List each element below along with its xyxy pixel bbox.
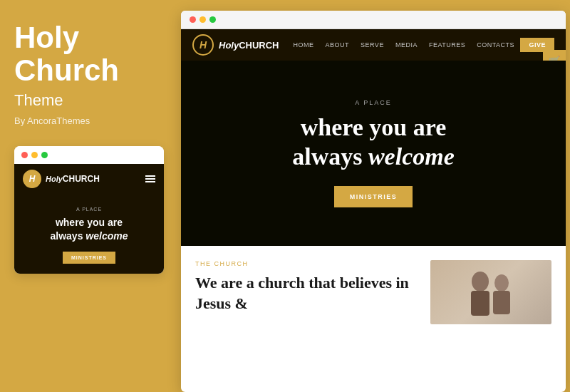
mobile-preview-card: H HolyCHURCH A PLACE where you are alway… bbox=[14, 146, 164, 273]
dot-yellow bbox=[31, 152, 38, 158]
desktop-nav: H HolyCHURCH HOME ABOUT SERVE MEDIA FEAT… bbox=[181, 29, 566, 61]
desktop-a-place: A PLACE bbox=[355, 99, 392, 106]
mobile-a-place: A PLACE bbox=[23, 207, 155, 212]
svg-rect-3 bbox=[493, 291, 510, 314]
desktop-logo: H HolyCHURCH bbox=[192, 34, 279, 56]
nav-home[interactable]: HOME bbox=[294, 41, 314, 48]
desktop-nav-links: HOME ABOUT SERVE MEDIA FEATURES CONTACTS bbox=[294, 41, 521, 48]
hamburger-line-2 bbox=[145, 178, 155, 180]
svg-rect-1 bbox=[471, 291, 489, 316]
desktop-titlebar bbox=[181, 11, 566, 29]
desktop-lower-image bbox=[430, 260, 551, 324]
desktop-lower-headline: We are a church that believes in Jesus & bbox=[195, 273, 416, 314]
dot-green bbox=[41, 152, 48, 158]
couple-svg bbox=[448, 267, 534, 324]
nav-media[interactable]: MEDIA bbox=[395, 41, 418, 48]
left-panel: Holy Church Theme By AncoraThemes H Holy… bbox=[0, 0, 177, 392]
theme-by: By AncoraThemes bbox=[14, 115, 162, 126]
mobile-logo-circle: H bbox=[23, 170, 41, 188]
dot-red bbox=[21, 152, 28, 158]
the-church-label: THE CHURCH bbox=[195, 260, 416, 267]
nav-serve[interactable]: SERVE bbox=[361, 41, 384, 48]
theme-subtitle: Theme bbox=[14, 91, 162, 110]
nav-contacts[interactable]: CONTACTS bbox=[477, 41, 514, 48]
desktop-headline: where you are always welcome bbox=[292, 113, 455, 172]
mobile-hero: A PLACE where you are always welcome MIN… bbox=[14, 194, 164, 273]
nav-about[interactable]: ABOUT bbox=[326, 41, 350, 48]
hamburger-line-3 bbox=[145, 181, 155, 182]
desktop-dot-red bbox=[190, 16, 196, 23]
desktop-dot-yellow bbox=[200, 16, 206, 23]
mobile-headline: where you are always welcome bbox=[23, 216, 155, 242]
hamburger-menu[interactable] bbox=[145, 175, 155, 182]
desktop-hero: A PLACE where you are always welcome MIN… bbox=[181, 61, 566, 246]
nav-features[interactable]: FEATURES bbox=[429, 41, 465, 48]
hamburger-line-1 bbox=[145, 175, 155, 177]
mobile-ministries-button[interactable]: MINISTRIES bbox=[63, 252, 115, 264]
theme-title: Holy Church bbox=[14, 21, 162, 87]
desktop-lower-text: THE CHURCH We are a church that believes… bbox=[195, 260, 416, 324]
desktop-preview: H HolyCHURCH HOME ABOUT SERVE MEDIA FEAT… bbox=[181, 11, 566, 392]
desktop-logo-text: HolyCHURCH bbox=[219, 40, 279, 51]
desktop-lower-section: THE CHURCH We are a church that believes… bbox=[181, 246, 566, 331]
desktop-logo-circle: H bbox=[192, 34, 214, 56]
mobile-logo: H HolyCHURCH bbox=[23, 170, 100, 188]
desktop-ministries-button[interactable]: MINISTRIES bbox=[334, 186, 413, 207]
mobile-titlebar bbox=[14, 146, 164, 164]
mobile-nav: H HolyCHURCH bbox=[14, 164, 164, 194]
svg-point-0 bbox=[472, 272, 489, 292]
svg-point-2 bbox=[494, 274, 509, 292]
mobile-logo-text: HolyCHURCH bbox=[46, 174, 100, 184]
desktop-dot-green bbox=[209, 16, 216, 23]
